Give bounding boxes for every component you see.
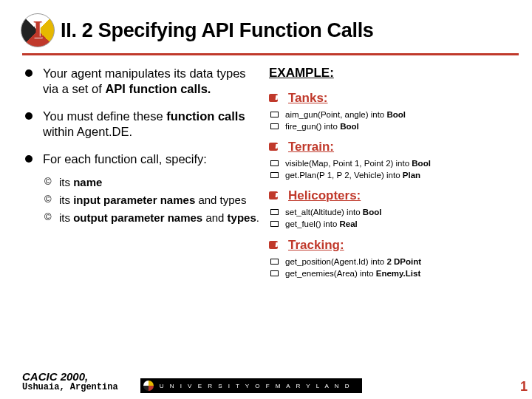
function-item: aim_gun(Point, angle) into Bool — [270, 109, 505, 120]
example-group-title: Helicopters: — [269, 188, 505, 203]
example-group-list: Tanks:aim_gun(Point, angle) into Boolfir… — [269, 91, 505, 279]
function-list: visible(Map, Point 1, Point 2) into Bool… — [270, 157, 505, 181]
umd-footer-bar: U N I V E R S I T Y O F M A R Y L A N D — [140, 378, 362, 393]
function-item: visible(Map, Point 1, Point 2) into Bool — [270, 157, 505, 169]
example-group-title: Tanks: — [269, 91, 505, 106]
main-bullet: For each function call, specify:its name… — [25, 151, 262, 225]
main-bullet-list: Your agent manipulates its data types vi… — [25, 66, 262, 225]
sub-bullet: its output parameter names and types. — [43, 211, 262, 225]
example-group-title: Terrain: — [269, 140, 505, 154]
function-item: fire_gun() into Bool — [270, 120, 505, 132]
slide-title: II. 2 Specifying API Function Calls — [61, 19, 374, 42]
function-list: aim_gun(Point, angle) into Boolfire_gun(… — [270, 109, 505, 132]
slide-body: Your agent manipulates its data types vi… — [0, 55, 532, 287]
conference-info: CACIC 2000, Ushuaia, Argentina — [22, 370, 118, 393]
main-bullet: Your agent manipulates its data types vi… — [25, 66, 262, 97]
example-group-title: Tracking: — [269, 238, 505, 253]
function-item: get.Plan(P 1, P 2, Vehicle) into Plan — [270, 169, 505, 181]
function-list: get_position(Agent.Id) into 2 DPointget_… — [270, 256, 505, 279]
sub-bullet-list: its nameits input parameter names and ty… — [43, 175, 262, 226]
sub-bullet: its name — [43, 175, 262, 190]
umd-seal-icon — [21, 13, 55, 47]
example-heading: EXAMPLE: — [269, 66, 505, 81]
function-item: get_enemies(Area) into Enemy.List — [270, 267, 505, 279]
conference-name: CACIC 2000, — [22, 370, 118, 383]
slide-footer: CACIC 2000, Ushuaia, Argentina U N I V E… — [22, 370, 526, 393]
left-column: Your agent manipulates its data types vi… — [25, 66, 262, 287]
function-item: get_fuel() into Real — [270, 218, 505, 230]
slide-header: II. 2 Specifying API Function Calls — [0, 0, 532, 52]
function-item: set_alt(Altitude) into Bool — [270, 206, 505, 218]
sub-bullet: its input parameter names and types — [43, 193, 262, 208]
main-bullet: You must define these function calls wit… — [25, 109, 262, 140]
conference-location: Ushuaia, Argentina — [22, 383, 118, 393]
right-column: EXAMPLE: Tanks:aim_gun(Point, angle) int… — [262, 66, 505, 287]
page-number: 1 — [520, 379, 528, 395]
function-list: set_alt(Altitude) into Boolget_fuel() in… — [270, 206, 505, 230]
function-item: get_position(Agent.Id) into 2 DPoint — [270, 256, 505, 267]
